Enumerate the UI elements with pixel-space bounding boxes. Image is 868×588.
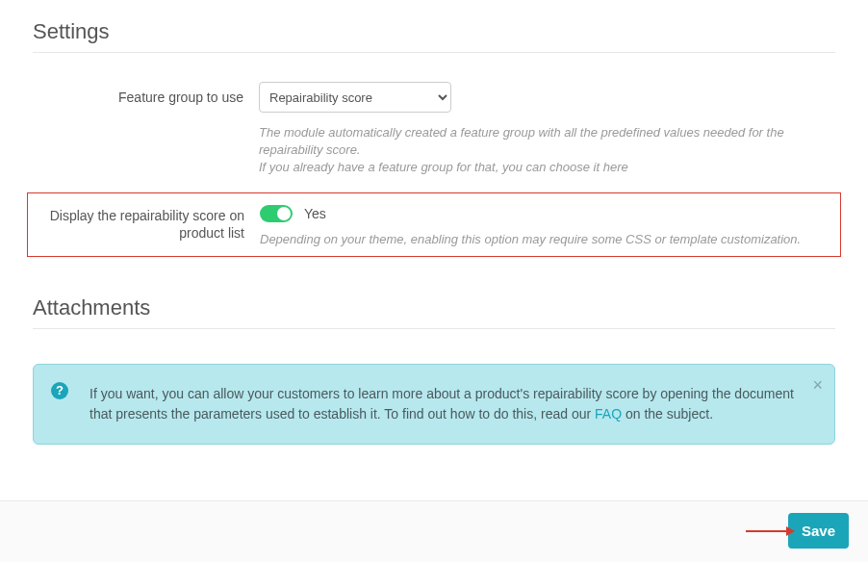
feature-group-help: The module automatically created a featu… [259,124,835,177]
feature-group-label: Feature group to use [33,82,259,177]
section-divider [33,328,835,329]
alert-text: If you want, you can allow your customer… [89,386,794,422]
display-score-highlight: Display the repairability score on produ… [27,192,841,257]
section-divider [33,52,835,53]
toggle-knob [277,207,291,220]
settings-heading: Settings [33,19,835,44]
feature-group-row: Feature group to use Repairability score… [33,82,835,177]
save-button[interactable]: Save [788,513,849,549]
display-score-row: Display the repairability score on produ… [34,205,834,246]
footer-bar: Save [0,500,868,562]
feature-group-select[interactable]: Repairability score [259,82,451,113]
faq-link[interactable]: FAQ [595,406,622,422]
display-score-label: Display the repairability score on produ… [34,205,260,246]
display-score-help: Depending on your theme, enabling this o… [260,232,834,246]
display-score-value: Yes [304,206,326,221]
attachments-heading: Attachments [33,295,835,320]
display-score-toggle[interactable] [260,205,293,222]
close-icon[interactable]: × [812,376,823,394]
help-icon: ? [51,382,68,399]
info-alert: ? × If you want, you can allow your cust… [33,364,835,445]
annotation-arrow [746,526,795,536]
